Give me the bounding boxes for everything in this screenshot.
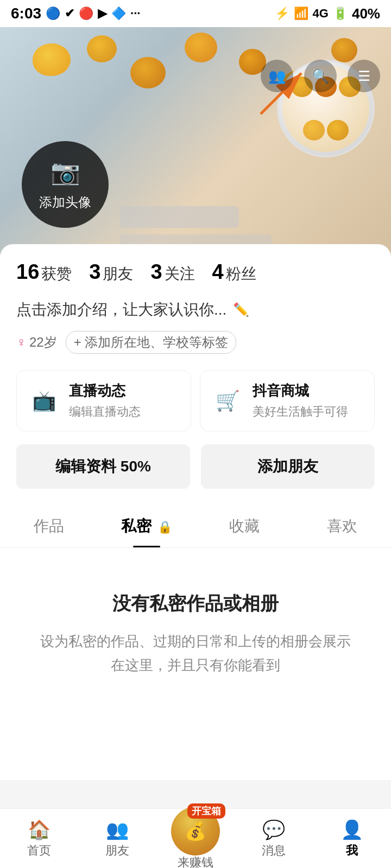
- profile-nav-icon: 👤: [340, 819, 363, 840]
- tab-favorites[interactable]: 收藏: [195, 505, 293, 547]
- live-info: 直播动态 编辑直播动态: [69, 381, 141, 420]
- friends-label: 朋友: [103, 264, 133, 284]
- username-blur: [119, 206, 239, 228]
- add-tag-label: + 添加所在地、学校等标签: [74, 334, 229, 351]
- following-label: 关注: [165, 264, 195, 284]
- avatar-button[interactable]: 📷 添加头像: [22, 141, 109, 228]
- feature-card-shop[interactable]: 🛒 抖音商城 美好生活触手可得: [200, 370, 375, 431]
- edit-profile-button[interactable]: 编辑资料 50%: [16, 444, 190, 489]
- live-title: 直播动态: [69, 381, 141, 400]
- tab-works[interactable]: 作品: [0, 505, 98, 547]
- bottom-spacer: [16, 710, 375, 780]
- status-time: 6:03: [11, 5, 41, 22]
- friends-count: 3: [89, 260, 100, 284]
- likes-label: 获赞: [41, 264, 72, 284]
- tabs-row: 作品 私密 🔒 收藏 喜欢: [0, 505, 391, 548]
- stats-row: 16 获赞 3 朋友 3 关注 4 粉丝: [16, 260, 375, 284]
- contacts-button[interactable]: 👥: [261, 60, 293, 92]
- messages-icon: 💬: [262, 819, 285, 840]
- likes-count: 16: [16, 260, 39, 284]
- menu-icon: ☰: [358, 68, 370, 85]
- shop-info: 抖音商城 美好生活触手可得: [253, 381, 348, 420]
- stat-fans[interactable]: 4 粉丝: [212, 260, 256, 284]
- earn-badge: 开宝箱: [187, 803, 225, 819]
- signal-icon: 4G: [313, 7, 329, 21]
- tab-likes[interactable]: 喜欢: [293, 505, 391, 547]
- tags-row: ♀ 22岁 + 添加所在地、学校等标签: [16, 331, 375, 354]
- following-count: 3: [150, 260, 162, 284]
- tab-private[interactable]: 私密 🔒: [98, 505, 195, 547]
- empty-title: 没有私密作品或相册: [38, 591, 353, 616]
- contacts-icon: 👥: [268, 68, 286, 85]
- stat-likes[interactable]: 16 获赞: [16, 260, 72, 284]
- earn-label: 来赚钱: [178, 854, 213, 869]
- action-row: 编辑资料 50% 添加朋友: [16, 444, 375, 489]
- tab-favorites-label: 收藏: [229, 518, 260, 534]
- live-icon: 📺: [28, 385, 60, 417]
- tab-likes-label: 喜欢: [327, 518, 357, 534]
- nav-profile[interactable]: 👤 我: [313, 809, 391, 868]
- bottom-nav: 🏠 首页 👥 朋友 💰 开宝箱 来赚钱 💬 消息 👤 我: [0, 808, 391, 868]
- messages-label: 消息: [262, 843, 286, 859]
- wifi-icon: 📶: [294, 7, 308, 21]
- age-text: 22岁: [29, 334, 57, 351]
- home-icon: 🏠: [28, 819, 51, 840]
- home-label: 首页: [27, 843, 51, 859]
- earn-icon: 💰: [185, 821, 206, 841]
- add-avatar-label: 添加头像: [39, 194, 91, 211]
- shop-icon: 🛒: [211, 385, 244, 417]
- search-button[interactable]: 🔍: [304, 60, 337, 92]
- edit-bio-icon[interactable]: ✏️: [233, 302, 249, 317]
- shop-title: 抖音商城: [253, 381, 348, 400]
- stat-friends[interactable]: 3 朋友: [89, 260, 133, 284]
- age-tag: ♀ 22岁: [16, 334, 57, 351]
- app-icon-6: ···: [130, 7, 140, 21]
- empty-state: 没有私密作品或相册 设为私密的作品、过期的日常和上传的相册会展示在这里，并且只有…: [16, 548, 375, 710]
- fans-label: 粉丝: [226, 264, 256, 284]
- nav-friends[interactable]: 👥 朋友: [78, 809, 156, 868]
- tab-works-label: 作品: [34, 518, 64, 534]
- avatar-section: 📷 添加头像: [22, 141, 109, 228]
- status-left: 6:03 🔵 ✔ 🔴 ▶ 🔷 ···: [11, 5, 140, 22]
- add-friend-button[interactable]: 添加朋友: [201, 444, 375, 489]
- fans-count: 4: [212, 260, 224, 284]
- nav-earn[interactable]: 💰 开宝箱 来赚钱: [156, 807, 235, 869]
- friends-nav-label: 朋友: [105, 843, 129, 859]
- battery-level: 40%: [352, 5, 380, 22]
- app-icon-5: 🔷: [111, 7, 126, 21]
- profile-content: 16 获赞 3 朋友 3 关注 4 粉丝 点击添加介绍，让大家认识你... ✏️…: [0, 244, 391, 780]
- bio-row[interactable]: 点击添加介绍，让大家认识你... ✏️: [16, 299, 375, 320]
- bowl-fruit-5: [327, 120, 349, 141]
- app-icon-2: ✔: [65, 7, 74, 21]
- app-icon-1: 🔵: [46, 7, 60, 21]
- stat-following[interactable]: 3 关注: [150, 260, 194, 284]
- add-tag-button[interactable]: + 添加所在地、学校等标签: [66, 331, 237, 354]
- status-right: ⚡ 📶 4G 🔋 40%: [275, 5, 380, 22]
- friends-nav-icon: 👥: [106, 819, 129, 840]
- fruit-decoration-3: [130, 57, 166, 88]
- nav-messages[interactable]: 💬 消息: [235, 809, 313, 868]
- cover-area: 👥 🔍 ☰ 📷 添加头像: [0, 27, 391, 255]
- app-icon-3: 🔴: [79, 7, 93, 21]
- fruit-decoration-7: [331, 38, 357, 62]
- fruit-decoration-4: [185, 33, 217, 62]
- battery-icon: 🔋: [333, 7, 348, 21]
- profile-nav-label: 我: [346, 843, 358, 859]
- bio-text: 点击添加介绍，让大家认识你...: [16, 299, 226, 320]
- live-sub: 编辑直播动态: [69, 404, 141, 420]
- camera-icon: 📷: [51, 158, 80, 186]
- nav-home[interactable]: 🏠 首页: [0, 809, 78, 868]
- lock-icon: 🔒: [157, 520, 172, 534]
- menu-button[interactable]: ☰: [348, 60, 380, 92]
- app-icon-4: ▶: [98, 7, 107, 21]
- header-icons: 👥 🔍 ☰: [261, 60, 380, 92]
- shop-sub: 美好生活触手可得: [253, 404, 348, 420]
- feature-card-live[interactable]: 📺 直播动态 编辑直播动态: [16, 370, 191, 431]
- earn-button[interactable]: 💰 开宝箱: [171, 807, 220, 856]
- feature-row: 📺 直播动态 编辑直播动态 🛒 抖音商城 美好生活触手可得: [16, 370, 375, 431]
- fruit-decoration-2: [87, 35, 117, 62]
- fruit-decoration-1: [33, 43, 71, 76]
- search-icon: 🔍: [312, 68, 329, 85]
- empty-desc: 设为私密的作品、过期的日常和上传的相册会展示在这里，并且只有你能看到: [38, 629, 353, 677]
- bluetooth-icon: ⚡: [275, 7, 289, 21]
